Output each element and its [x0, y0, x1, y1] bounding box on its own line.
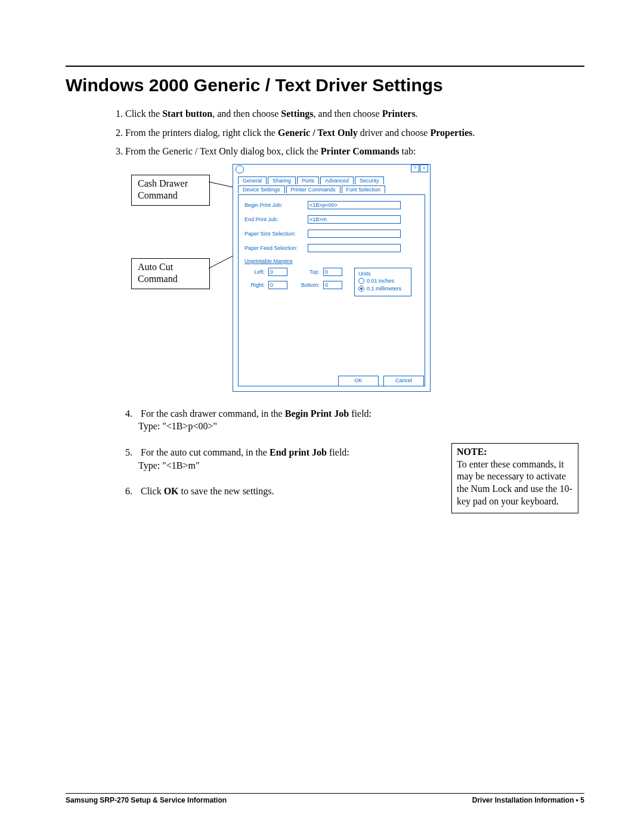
input-end-print-job[interactable]: <1B>m	[308, 215, 401, 224]
text: , and then choose	[314, 109, 382, 119]
text: .	[416, 109, 418, 119]
step-number: 5.	[125, 446, 138, 459]
label-begin: Begin Print Job:	[244, 202, 304, 208]
tab-row-1: General Sharing Ports Advanced Security	[238, 176, 425, 184]
radio-label: 0.1 millimeters	[367, 286, 401, 292]
row-end-print-job: End Print Job: <1B>m	[244, 215, 419, 224]
callout-auto-cut: Auto Cut Command	[131, 258, 210, 289]
label-bottom: Bottom:	[299, 282, 320, 288]
note-body: To enter these commands, it may be neces…	[457, 459, 573, 508]
help-button[interactable]: ?	[411, 165, 419, 172]
radio-mm[interactable]: 0.1 millimeters	[358, 286, 407, 292]
radio-label: 0.01 inches	[367, 278, 394, 284]
text: For the cash drawer command, in the	[141, 408, 285, 419]
bold-text: Begin Print Job	[285, 408, 349, 419]
close-button[interactable]: ×	[420, 165, 428, 172]
tab-general[interactable]: General	[238, 176, 267, 184]
cancel-button[interactable]: Cancel	[383, 376, 424, 386]
callout-cash-drawer: Cash Drawer Command	[131, 175, 210, 206]
label-top: Top:	[299, 269, 320, 275]
row-begin-print-job: Begin Print Job: <1B>p<00>	[244, 201, 419, 209]
label-right: Right:	[244, 282, 265, 288]
ok-button[interactable]: OK	[338, 376, 379, 386]
step-4: 4. For the cash drawer command, in the B…	[125, 407, 388, 433]
text: Type: "<1B>p<00>"	[138, 421, 217, 431]
tab-printer-commands[interactable]: Printer Commands	[286, 185, 340, 193]
step-5: 5. For the auto cut command, in the End …	[125, 446, 388, 472]
step-1: Click the Start button, and then choose …	[125, 107, 584, 120]
text: , and then choose	[212, 109, 281, 119]
text: For the auto cut command, in the	[141, 447, 270, 457]
input-paper-size[interactable]	[308, 230, 401, 238]
text: Type: "<1B>m"	[138, 460, 199, 470]
system-icon	[236, 165, 244, 174]
radio-icon	[358, 286, 364, 292]
step-3: From the Generic / Text Only dialog box,…	[125, 145, 584, 158]
bold-text: Settings	[281, 109, 313, 119]
row-paper-feed: Paper Feed Selection:	[244, 244, 419, 252]
text: From the Generic / Text Only dialog box,…	[125, 146, 321, 156]
step-number: 6.	[125, 485, 138, 498]
label-end: End Print Job:	[244, 216, 304, 222]
input-paper-feed[interactable]	[308, 244, 401, 252]
bold-text: Properties	[430, 128, 472, 138]
tab-advanced[interactable]: Advanced	[320, 176, 354, 184]
radio-icon	[358, 278, 364, 284]
bold-text: OK	[164, 486, 179, 496]
page: Windows 2000 Generic / Text Driver Setti…	[0, 0, 644, 833]
label-pfeed: Paper Feed Selection:	[244, 245, 304, 251]
tab-font-selection[interactable]: Font Selection	[342, 185, 386, 193]
bold-text: End print Job	[270, 447, 327, 457]
note-box: NOTE: To enter these commands, it may be…	[451, 443, 578, 513]
step-2: From the printers dialog, right click th…	[125, 126, 584, 140]
margins-title: Unprintable Margins	[244, 258, 419, 264]
units-label: Units	[358, 271, 407, 277]
row-paper-size: Paper Size Selection:	[244, 230, 419, 238]
instruction-list-top: Click the Start button, and then choose …	[125, 107, 584, 158]
step-number: 4.	[125, 407, 138, 420]
heading-rule	[66, 66, 584, 67]
step-6: 6. Click OK to save the new settings.	[125, 485, 388, 498]
text: From the printers dialog, right click th…	[125, 128, 278, 138]
tabs-area: General Sharing Ports Advanced Security …	[233, 173, 430, 386]
margins-col-1: Left:0 Right:0	[244, 268, 287, 296]
text: driver and choose	[358, 128, 431, 138]
tab-row-2: Device Settings Printer Commands Font Se…	[238, 185, 425, 193]
input-left[interactable]: 0	[268, 268, 287, 276]
tab-device-settings[interactable]: Device Settings	[238, 185, 285, 193]
tab-sharing[interactable]: Sharing	[268, 176, 296, 184]
text: .	[472, 128, 475, 138]
below-diagram: 4. For the cash drawer command, in the B…	[125, 407, 578, 498]
radio-inches[interactable]: 0.01 inches	[358, 278, 407, 284]
tab-security[interactable]: Security	[355, 176, 384, 184]
margins-col-2: Top:0 Bottom:0	[299, 268, 342, 296]
input-bottom[interactable]: 0	[323, 281, 342, 289]
callout-label: Cash Drawer Command	[138, 178, 188, 200]
input-begin-print-job[interactable]: <1B>p<00>	[308, 201, 401, 209]
text: to save the new settings.	[179, 486, 274, 496]
bold-text: Printers	[382, 109, 416, 119]
printer-properties-dialog: ? × General Sharing Ports Advanced Secur…	[233, 164, 431, 392]
text: Click	[141, 486, 164, 496]
footer-rule	[66, 793, 584, 794]
label-left: Left:	[244, 269, 265, 275]
margins-block: Left:0 Right:0 Top:0 Bottom:0 Units 0.01…	[244, 268, 419, 296]
footer-right: Driver Installation Information • 5	[472, 796, 584, 804]
input-right[interactable]: 0	[268, 281, 287, 289]
footer-left: Samsung SRP-270 Setup & Service Informat…	[66, 796, 227, 804]
tab-panel: Begin Print Job: <1B>p<00> End Print Job…	[238, 194, 425, 386]
note-title: NOTE:	[457, 446, 573, 459]
radio-dot-icon	[360, 287, 363, 290]
text: field:	[327, 447, 349, 457]
page-footer: Samsung SRP-270 Setup & Service Informat…	[66, 793, 584, 804]
bold-text: Generic / Text Only	[278, 128, 358, 138]
text: field:	[349, 408, 371, 419]
bold-text: Printer Commands	[321, 146, 400, 156]
text: tab:	[400, 146, 416, 156]
tab-ports[interactable]: Ports	[297, 176, 319, 184]
diagram-area: Cash Drawer Command Auto Cut Command ? ×…	[131, 164, 561, 397]
callout-label: Auto Cut Command	[138, 262, 178, 284]
text: Click the	[125, 109, 162, 119]
input-top[interactable]: 0	[323, 268, 342, 276]
units-group: Units 0.01 inches 0.1 millimeters	[354, 268, 411, 296]
